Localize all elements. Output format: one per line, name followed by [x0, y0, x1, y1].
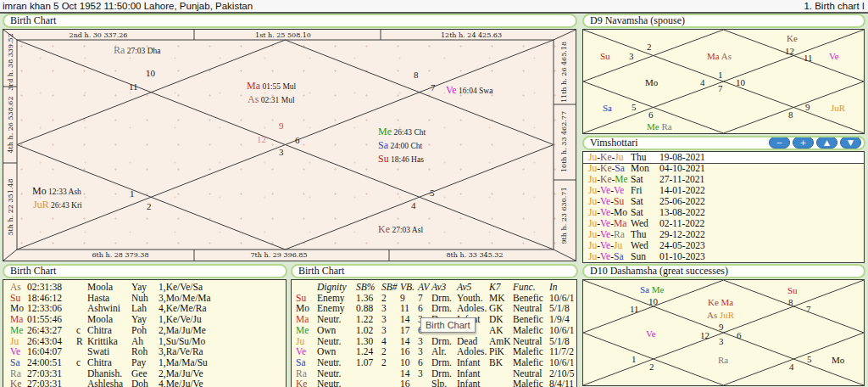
planet-abbr: As: [10, 282, 21, 293]
planet-abbr: Su: [614, 196, 624, 206]
planet-abbr: Ra: [614, 229, 625, 239]
cell: Adoles.: [457, 303, 487, 314]
d10-chart-diagram[interactable]: 101187912631245Sa MeKe MaAs JuRSuVeRaMo1: [582, 279, 865, 386]
page-indicator: 1. Birth chart I: [804, 0, 865, 12]
dasha-row[interactable]: Ju-Ke-MeSat27-11-2021: [583, 174, 864, 185]
house-edge-label: 11th h. 26 465.18: [560, 42, 568, 103]
planet-label: Ke: [787, 32, 798, 43]
panel-d9-header: D9 Navamsha (spouse): [582, 14, 865, 28]
cell: Slp.: [431, 379, 447, 387]
planet-abbr: Mo: [32, 185, 47, 197]
dasha-date: 02-11-2022: [659, 218, 704, 229]
down-button[interactable]: ▼: [840, 137, 861, 149]
dasha-date: 25-06-2022: [659, 196, 705, 207]
house-number: 2: [147, 202, 152, 211]
dasha-sequence: Ju-Ve-Su: [588, 196, 624, 207]
cell: 14: [400, 368, 410, 379]
dasha-sequence: Ju-Ke-Ju: [588, 152, 624, 163]
cell: 11/7/2: [549, 346, 574, 357]
cell: 1.24: [356, 346, 373, 357]
cell: 16: [400, 379, 410, 387]
planet-abbr: Mo: [832, 355, 844, 365]
planet-value: 01:55 Mul: [260, 82, 296, 91]
panel-positions: Birth Chart As02:31:38MoolaYay1,Ke/Ve/Sa…: [3, 264, 287, 387]
planet-abbr: Ve: [600, 207, 610, 217]
cell: Drm.: [431, 293, 452, 304]
cell: Infant: [457, 368, 480, 379]
house-edge-label: 10th h. 33 462.77: [560, 111, 568, 172]
birth-chart-diagram[interactable]: 101187912631254Ra 27:03 DhaMa 01:55 MulA…: [3, 29, 576, 261]
cell: Malefic: [513, 325, 543, 336]
nakshatra: Swati: [87, 346, 109, 357]
dasha-row[interactable]: Ju-Ve-SuSat25-06-2022: [583, 196, 864, 207]
planet-label: Mo: [832, 354, 844, 365]
house-number: 12: [257, 135, 266, 144]
panel-positions-header: Birth Chart: [3, 264, 287, 278]
cell: Own: [317, 346, 336, 357]
d9-chart-diagram[interactable]: 231211147105689SuMa AsKeVeMoSaMe RaJuR: [582, 29, 865, 134]
planet-abbr: Ju: [588, 251, 597, 261]
dasha-row[interactable]: Ju-Ve-JuWed24-05-2023: [583, 240, 864, 251]
syllable: Roh: [131, 346, 147, 357]
panel-d10-dashamsha: D10 Dashamsha (great successes) 10118791…: [582, 264, 865, 386]
person-title: imran khan 5 Oct 1952 11:50:00 Lahore, P…: [3, 0, 253, 12]
positions-table: As02:31:38MoolaYay1,Ke/Ve/SaSu18:46:12Ha…: [3, 279, 287, 387]
house-edge-label: 12th h. 24 425.63: [441, 31, 502, 39]
nakshatra: Moola: [87, 314, 113, 325]
planet-value: 16:04 Swa: [457, 87, 493, 95]
up-button[interactable]: ▲: [816, 137, 837, 149]
longitude: 02:31:38: [27, 282, 62, 293]
dasha-row[interactable]: Ju-Ke-SaMon04-10-2021: [583, 163, 864, 174]
planet-abbr: Ve: [646, 328, 656, 339]
house-edge-label: 6th h. 28 379.38: [92, 251, 149, 259]
planet-abbr: Sa: [614, 251, 624, 261]
longitude: 16:04:07: [27, 346, 62, 357]
dasha-sequence: Ju-Ve-Ra: [588, 229, 625, 240]
dasha-list[interactable]: Ju-Ke-JuThu19-08-2021Ju-Ke-SaMon04-10-20…: [582, 151, 865, 263]
planet-abbr: Ke: [10, 379, 21, 387]
nakshatra: Ashwini: [87, 303, 120, 314]
planet-abbr: Ke: [600, 174, 611, 184]
planet-abbr: Sa: [603, 103, 612, 113]
house-edge-label: 7th h. 29 396.85: [251, 251, 308, 259]
dasha-row[interactable]: Ju-Ke-JuThu19-08-2021: [583, 152, 864, 163]
house-number: 5: [632, 103, 637, 112]
planet-label: As JuR: [707, 309, 734, 320]
planet-value: 18:46 Has: [389, 155, 424, 164]
dasha-sequence: Ju-Ve-Sa: [588, 251, 624, 262]
planet-abbr: As: [707, 310, 717, 320]
cell: Drm.: [431, 357, 452, 368]
cell: 3: [418, 346, 423, 357]
syllable: Nuh: [131, 293, 148, 304]
column-header: AV: [418, 282, 429, 293]
planet-abbr: Ma: [719, 297, 733, 307]
cell: 5/1/8: [549, 303, 570, 314]
cell: 10/6/1: [549, 357, 574, 368]
house-number: 8: [788, 298, 793, 307]
planet-abbr: Ke: [600, 163, 611, 173]
planet-abbr: Su: [296, 293, 306, 304]
planet-label: JuR 26:43 Kri: [33, 199, 82, 210]
nakshatra: Chitra: [87, 325, 112, 336]
cell: PiK: [489, 346, 504, 357]
cell: DK: [489, 314, 504, 325]
cell: Neutr.: [317, 357, 341, 368]
cell: Infant: [457, 357, 480, 368]
planet-abbr: Ve: [829, 51, 839, 61]
dasha-row[interactable]: Ju-Ve-MoSat13-08-2022: [583, 207, 864, 218]
house-number: 11: [129, 82, 138, 92]
cell: Infant: [457, 379, 480, 387]
cell: Neutr.: [317, 368, 341, 379]
planet-value: 26:43 Cht: [392, 128, 426, 137]
dasha-row[interactable]: Ju-Ve-RaThu29-12-2022: [583, 229, 864, 240]
dasha-sequence: Ju-Ve-Ma: [588, 218, 626, 229]
dasha-day: Thu: [631, 229, 647, 240]
plus-button[interactable]: +: [793, 137, 814, 149]
planet-abbr: Ke: [787, 33, 798, 43]
dasha-row[interactable]: Ju-Ve-SaSun01-10-2023: [583, 251, 864, 262]
dasha-row[interactable]: Ju-Ve-MaWed02-11-2022: [583, 218, 864, 229]
minus-button[interactable]: −: [769, 137, 790, 149]
cell: Adoles.: [457, 346, 487, 357]
planet-value: 24:00 Cht: [388, 142, 422, 150]
dasha-row[interactable]: Ju-Ve-VeFri14-01-2022: [583, 185, 864, 196]
